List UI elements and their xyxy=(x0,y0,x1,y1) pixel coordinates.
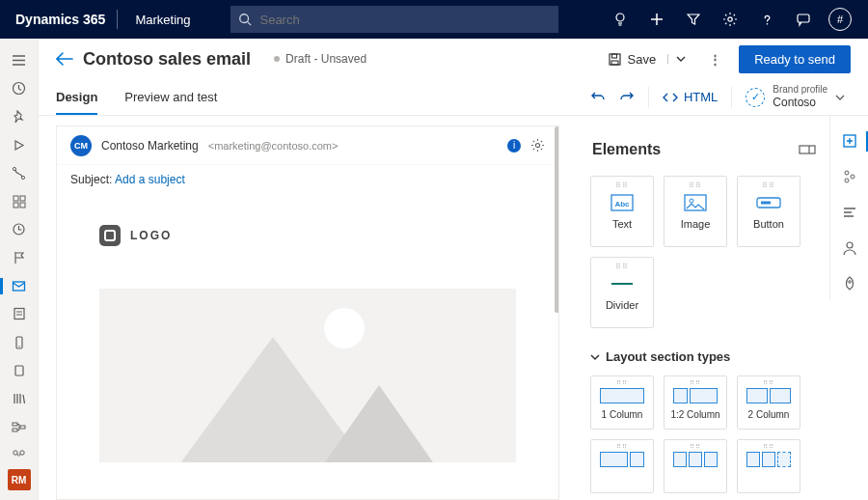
sms-icon[interactable] xyxy=(0,328,39,356)
layout-custom[interactable]: ⠿⠿ xyxy=(737,439,800,493)
journey-icon[interactable] xyxy=(0,159,39,187)
global-search[interactable] xyxy=(231,6,558,33)
divider xyxy=(731,87,732,108)
push-icon[interactable] xyxy=(0,356,39,384)
flag-icon[interactable] xyxy=(0,243,39,271)
status-dot-icon xyxy=(274,56,280,62)
svg-point-43 xyxy=(848,281,851,284)
element-button[interactable]: ⠿⠿ Button xyxy=(737,176,800,247)
collapse-panel-icon[interactable] xyxy=(799,143,816,156)
placeholder-mountain-icon xyxy=(312,385,447,462)
logo-block[interactable]: LOGO xyxy=(99,225,516,246)
divider xyxy=(648,87,649,108)
right-tool-rail xyxy=(829,116,868,300)
form-icon[interactable] xyxy=(0,300,39,328)
gear-icon[interactable] xyxy=(530,138,545,153)
plus-icon[interactable] xyxy=(640,0,673,39)
sender-email: <marketing@contoso.com> xyxy=(208,140,339,152)
save-button[interactable]: Save xyxy=(602,48,692,70)
tab-design[interactable]: Design xyxy=(56,79,97,115)
sender-name: Contoso Marketing xyxy=(101,139,199,153)
gear-icon[interactable] xyxy=(714,0,746,39)
user-avatar[interactable]: # xyxy=(824,0,856,39)
chevron-down-icon xyxy=(590,352,600,362)
element-image[interactable]: ⠿⠿ Image xyxy=(664,176,727,247)
svg-rect-30 xyxy=(800,146,815,153)
svg-point-39 xyxy=(845,171,849,175)
svg-point-0 xyxy=(240,14,249,23)
pin-icon[interactable] xyxy=(0,102,39,130)
drag-grip-icon: ⠿⠿ xyxy=(615,181,629,190)
consent-icon[interactable] xyxy=(0,441,39,469)
svg-rect-13 xyxy=(14,203,18,208)
svg-rect-20 xyxy=(15,366,23,375)
tab-preview[interactable]: Preview and test xyxy=(124,79,217,115)
image-placeholder[interactable] xyxy=(99,289,516,462)
ready-to-send-button[interactable]: Ready to send xyxy=(739,45,851,73)
module-name[interactable]: Marketing xyxy=(123,13,202,27)
html-toggle[interactable]: HTML xyxy=(663,90,718,105)
play-icon[interactable] xyxy=(0,131,39,159)
segments-icon[interactable] xyxy=(0,413,39,441)
global-nav-bar: Dynamics 365 Marketing # xyxy=(0,0,868,39)
search-icon xyxy=(238,13,252,26)
personalize-tab-icon[interactable] xyxy=(830,233,869,264)
layout-3-column[interactable]: ⠿⠿ xyxy=(664,439,727,493)
theme-tab-icon[interactable] xyxy=(830,197,869,229)
chevron-down-icon xyxy=(835,93,845,102)
text-icon: Abc xyxy=(610,193,635,212)
drag-grip-icon: ⠿⠿ xyxy=(689,181,702,190)
scrollbar[interactable] xyxy=(555,126,559,313)
drag-grip-icon: ⠿⠿ xyxy=(616,443,628,451)
lightbulb-icon[interactable] xyxy=(604,0,637,39)
sender-row[interactable]: CM Contoso Marketing <marketing@contoso.… xyxy=(57,126,558,165)
element-text[interactable]: ⠿⠿ Abc Text xyxy=(590,176,654,247)
rocket-tab-icon[interactable] xyxy=(830,268,869,300)
svg-point-6 xyxy=(766,22,768,24)
layout-2-column[interactable]: ⠿⠿ 2 Column xyxy=(737,375,800,430)
redo-icon[interactable] xyxy=(619,90,635,105)
svg-point-42 xyxy=(847,242,853,248)
element-divider[interactable]: ⠿⠿ Divider xyxy=(590,257,654,328)
more-vertical-icon[interactable]: ⋮ xyxy=(701,52,729,67)
email-icon[interactable] xyxy=(0,272,39,300)
add-subject-link[interactable]: Add a subject xyxy=(115,173,185,186)
undo-icon[interactable] xyxy=(590,90,606,105)
elements-tab-icon[interactable] xyxy=(830,125,869,157)
email-body[interactable]: LOGO xyxy=(57,196,558,491)
command-bar: Contoso sales email Draft - Unsaved Save… xyxy=(39,39,868,79)
hamburger-icon[interactable] xyxy=(0,46,39,74)
svg-rect-7 xyxy=(798,14,809,22)
analytics-icon[interactable] xyxy=(0,215,39,243)
svg-rect-21 xyxy=(13,423,17,426)
brand-profile-picker[interactable]: ✓ Brand profile Contoso xyxy=(746,85,851,109)
recent-icon[interactable] xyxy=(0,74,39,102)
layout-2-1-column[interactable]: ⠿⠿ xyxy=(590,439,654,493)
chevron-down-icon[interactable] xyxy=(667,54,686,64)
layout-1-column[interactable]: ⠿⠿ 1 Column xyxy=(590,375,654,430)
filter-icon[interactable] xyxy=(677,0,710,39)
logo-mark-icon xyxy=(99,225,121,246)
elements-header: Elements xyxy=(592,141,816,158)
settings-tab-icon[interactable] xyxy=(830,161,869,193)
user-badge[interactable]: RM xyxy=(8,469,31,490)
svg-point-40 xyxy=(851,175,854,179)
layout-section-header[interactable]: Layout section types xyxy=(590,349,816,364)
svg-point-5 xyxy=(728,17,732,21)
back-arrow-icon[interactable] xyxy=(56,52,73,66)
subject-label: Subject: xyxy=(70,173,112,186)
templates-icon[interactable] xyxy=(0,187,39,215)
tab-bar: Design Preview and test HTML ✓ Brand pro… xyxy=(39,79,868,116)
page-title: Contoso sales email xyxy=(83,49,251,69)
chat-icon[interactable] xyxy=(787,0,820,39)
info-icon[interactable]: i xyxy=(507,139,521,153)
brand-profile-icon: ✓ xyxy=(746,88,765,107)
search-input[interactable] xyxy=(259,13,551,27)
help-icon[interactable] xyxy=(750,0,783,39)
svg-rect-12 xyxy=(20,196,25,201)
library-icon[interactable] xyxy=(0,384,39,412)
layout-1-2-column[interactable]: ⠿⠿ 1:2 Column xyxy=(664,375,727,430)
svg-rect-23 xyxy=(20,426,25,429)
svg-point-19 xyxy=(18,346,19,347)
email-canvas[interactable]: CM Contoso Marketing <marketing@contoso.… xyxy=(56,125,559,500)
